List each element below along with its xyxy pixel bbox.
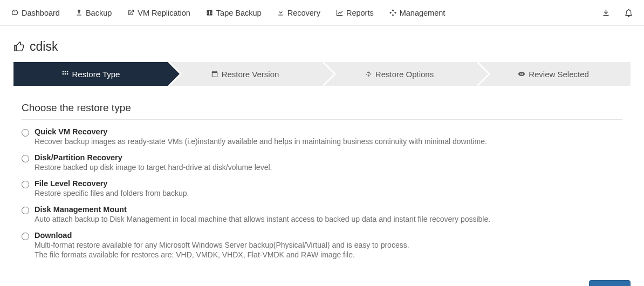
page-title: cdisk [13, 39, 631, 54]
nav-tape-backup-label: Tape Backup [216, 9, 262, 17]
wizard-step-label: Restore Version [222, 70, 279, 79]
radio-disk-partition-recovery[interactable] [22, 155, 29, 162]
nav-backup[interactable]: Backup [75, 9, 112, 17]
wizard-step-restore-type[interactable]: Restore Type [13, 62, 168, 86]
section-title: Choose the restore type [22, 102, 622, 114]
nav-backup-label: Backup [86, 9, 112, 17]
recycle-icon [365, 70, 372, 78]
download-tray-icon[interactable] [601, 8, 611, 17]
wizard-step-label: Review Selected [529, 70, 589, 79]
wizard-step-restore-options[interactable]: Restore Options [322, 62, 476, 86]
option-desc: Auto attach backup to Disk Management in… [35, 215, 490, 223]
upload-icon [75, 9, 83, 17]
nav-dashboard[interactable]: Dashboard [11, 9, 60, 17]
page-title-text: cdisk [30, 39, 58, 54]
option-desc: Multi-format restore available for any M… [35, 241, 409, 249]
option-title: Quick VM Recovery [35, 127, 487, 136]
option-disk-management-mount: Disk Management Mount Auto attach backup… [22, 205, 622, 223]
calendar-icon [211, 70, 218, 78]
wizard-steps: Restore Type Restore Version Restore Opt… [13, 62, 631, 86]
nav-vm-replication[interactable]: VM Replication [127, 9, 190, 17]
option-title: File Level Recovery [35, 179, 189, 188]
wizard-step-label: Restore Options [375, 70, 434, 79]
crosshair-icon [389, 9, 397, 17]
chart-line-icon [335, 9, 344, 17]
radio-disk-management-mount[interactable] [22, 207, 29, 214]
nav-tape-backup[interactable]: Tape Backup [205, 9, 262, 17]
thumbs-up-icon [13, 41, 25, 53]
option-desc: The file formats available for restores … [35, 250, 409, 259]
option-desc: Restore backed up disk image to target h… [35, 163, 272, 172]
radio-quick-vm-recovery[interactable] [22, 129, 29, 137]
option-file-level-recovery: File Level Recovery Restore specific fil… [22, 179, 622, 198]
next-button[interactable]: Next [589, 280, 631, 286]
wizard-step-restore-version[interactable]: Restore Version [168, 62, 322, 86]
dashboard-icon [11, 9, 19, 17]
option-quick-vm-recovery: Quick VM Recovery Recover backup images … [22, 127, 622, 146]
option-title: Disk/Partition Recovery [35, 153, 272, 162]
option-disk-partition-recovery: Disk/Partition Recovery Restore backed u… [22, 153, 622, 172]
wizard-step-label: Restore Type [72, 70, 120, 79]
eye-icon [518, 70, 525, 78]
divider [22, 119, 622, 120]
grid-icon [61, 70, 69, 78]
option-desc: Recover backup images as ready-state VMs… [35, 137, 487, 146]
bell-icon[interactable] [624, 8, 633, 17]
nav-management-label: Management [400, 9, 446, 17]
nav-vm-replication-label: VM Replication [138, 9, 190, 17]
nav-recovery[interactable]: Recovery [277, 9, 320, 17]
radio-file-level-recovery[interactable] [22, 181, 29, 188]
download-icon [277, 9, 285, 17]
option-title: Download [35, 231, 409, 240]
nav-reports[interactable]: Reports [335, 9, 374, 17]
nav-dashboard-label: Dashboard [22, 9, 60, 17]
film-icon [205, 9, 214, 17]
radio-download[interactable] [22, 233, 29, 240]
option-desc: Restore specific files and folders from … [35, 189, 189, 198]
nav-reports-label: Reports [346, 9, 374, 17]
nav-recovery-label: Recovery [287, 9, 320, 17]
wizard-step-review-selected[interactable]: Review Selected [476, 62, 631, 86]
share-icon [127, 9, 135, 17]
option-title: Disk Management Mount [35, 205, 490, 214]
option-download: Download Multi-format restore available … [22, 231, 622, 259]
nav-management[interactable]: Management [389, 9, 446, 17]
